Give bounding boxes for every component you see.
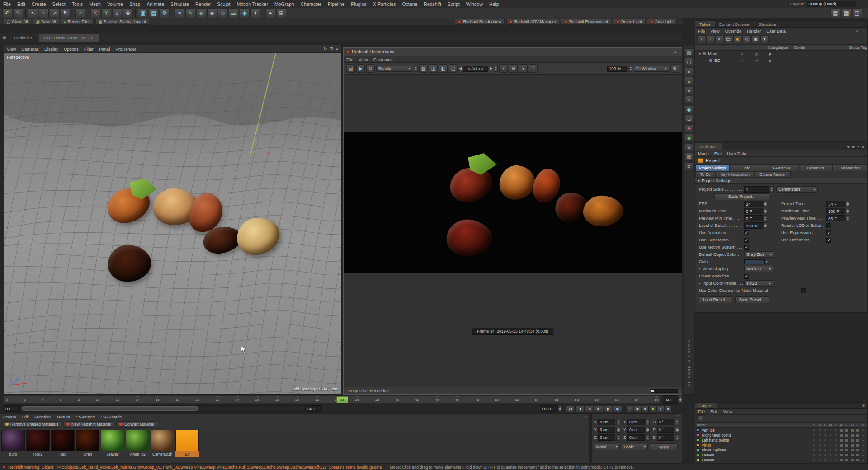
attribute-tab[interactable]: Key Interpolation xyxy=(715,171,755,178)
viewport-menu-item[interactable]: Options xyxy=(61,47,81,52)
toggle-column-header[interactable]: E xyxy=(855,423,860,427)
expand-caret-icon[interactable]: ▾ xyxy=(697,52,703,56)
material-thumbnail[interactable] xyxy=(126,430,149,451)
tab-list-icon[interactable]: ▦ xyxy=(0,35,9,40)
attribute-tab[interactable]: Project Settings xyxy=(695,165,730,171)
menu-item[interactable]: Octane xyxy=(399,1,420,7)
palette-icon[interactable]: ▦ xyxy=(841,8,851,18)
region-render-icon[interactable]: ▢ xyxy=(449,64,458,73)
zoom-spinner[interactable] xyxy=(628,66,632,72)
material-menu-item[interactable]: CV-Import xyxy=(73,414,98,419)
material-menu-item[interactable]: Function xyxy=(32,414,53,419)
cone-strip-icon[interactable]: ▲ xyxy=(685,77,693,85)
column-header[interactable]: Category xyxy=(768,45,778,50)
add-child-take-icon[interactable]: + xyxy=(706,35,714,43)
layer-name[interactable]: Right hand points xyxy=(702,433,731,437)
layer-row[interactable]: Leaves → xyxy=(695,452,867,457)
use-motion-system-checkbox[interactable] xyxy=(744,245,749,250)
toolbar-icon[interactable] xyxy=(263,9,263,17)
attributes-panel-menu-icon[interactable]: ≡ xyxy=(862,144,864,149)
take-row[interactable]: BG ✓◎◆ xyxy=(695,57,867,64)
redshift-renderview-button[interactable]: Redshift RenderView xyxy=(455,19,504,25)
menu-item[interactable]: Create xyxy=(28,1,49,7)
menu-item[interactable]: Script xyxy=(444,1,463,7)
lock-x-icon[interactable]: X xyxy=(90,8,100,18)
menu-item[interactable]: MoGraph xyxy=(271,1,297,7)
use-expressions-checkbox[interactable] xyxy=(826,230,831,235)
toggle-column-header[interactable]: A xyxy=(839,423,844,427)
add-take-icon[interactable]: + xyxy=(697,35,705,43)
measure-strip-icon[interactable]: ▦ xyxy=(685,153,693,161)
attribute-tab[interactable]: To Do xyxy=(695,171,715,178)
attribute-tab[interactable]: Octane Render xyxy=(755,171,791,178)
render-view-icon[interactable]: ▣ xyxy=(138,8,148,18)
take-name[interactable]: Main xyxy=(708,52,717,56)
save-startup-layout-button[interactable]: ▦Save as Startup Layout xyxy=(95,19,149,25)
console-icon[interactable]: ◫ xyxy=(685,58,693,66)
scale-project-button[interactable]: Scale Project... xyxy=(714,193,769,200)
toolbar-icon[interactable] xyxy=(172,9,172,17)
axis-strip-icon[interactable]: ⊕ xyxy=(685,124,693,132)
layer-color-chip[interactable] xyxy=(697,443,700,446)
scale-key-icon[interactable]: ◆ xyxy=(649,405,656,412)
take-name[interactable]: BG xyxy=(714,58,720,63)
render-lod-checkbox[interactable] xyxy=(826,223,831,228)
layer-color-chip[interactable] xyxy=(697,453,700,456)
takes-menu-item[interactable]: Render xyxy=(744,28,764,33)
volume-icon[interactable]: ◆ xyxy=(207,8,217,18)
menu-item[interactable]: Tools xyxy=(69,1,86,7)
add-cube-icon[interactable]: ■ xyxy=(175,8,184,18)
grid-strip-icon[interactable]: ⊞ xyxy=(685,115,693,123)
renderview-menu-item[interactable]: Customize xyxy=(371,57,396,62)
magnet-strip-icon[interactable]: ◆ xyxy=(685,134,693,142)
coordinate-spinner[interactable] xyxy=(616,434,620,441)
sphere-strip-icon[interactable]: ● xyxy=(685,86,693,94)
menu-item[interactable]: Render xyxy=(192,1,214,7)
layer-name[interactable]: Left hand points xyxy=(702,438,729,442)
render-picture-viewer-icon[interactable]: ▤ xyxy=(149,8,159,18)
layer-row[interactable]: Right hand points → xyxy=(695,432,867,437)
lock-z-icon[interactable]: Z xyxy=(112,8,122,18)
cube-strip-icon[interactable]: ■ xyxy=(685,67,693,75)
toggle-column-header[interactable]: R xyxy=(822,423,828,427)
start-ipr-button[interactable]: ▶ xyxy=(356,64,365,73)
toolbar-icon[interactable] xyxy=(25,9,26,17)
layer-row[interactable]: Vines → xyxy=(695,442,867,447)
coordinate-input[interactable]: 0 cm xyxy=(598,434,615,441)
layer-color-chip[interactable] xyxy=(697,438,700,442)
fit-dropdown[interactable]: Fit Window xyxy=(634,66,669,72)
material-menu-item[interactable]: Create xyxy=(0,414,19,419)
rotation-key-icon[interactable]: ◆ xyxy=(657,405,664,412)
layer-row[interactable]: Left hand points → xyxy=(695,437,867,442)
level-of-detail-input[interactable]: 100 % xyxy=(744,222,763,229)
layer-color-chip[interactable] xyxy=(697,458,700,461)
use-color-channel-checkbox[interactable] xyxy=(801,288,806,293)
material-thumbnail[interactable] xyxy=(175,430,199,451)
menu-item[interactable]: X-Particles xyxy=(370,1,399,7)
menu-item[interactable]: Window xyxy=(463,1,486,7)
rotate-icon[interactable]: ↻ xyxy=(61,8,71,18)
take-check-icon[interactable]: ✓ xyxy=(741,59,744,63)
material-icon[interactable]: ● xyxy=(265,8,275,18)
viewport-menu-item[interactable]: Cameras xyxy=(19,47,42,52)
material-thumbnail[interactable] xyxy=(51,430,75,451)
coordinate-spinner[interactable] xyxy=(646,434,650,441)
zoom-field[interactable]: 100 % xyxy=(607,66,627,72)
undo-icon[interactable]: ↶ xyxy=(2,8,12,18)
attribute-tab[interactable]: Info xyxy=(730,165,764,171)
max-time-spinner[interactable] xyxy=(558,405,562,412)
timeline-playhead[interactable]: 34 xyxy=(336,396,348,403)
material-item[interactable]: Camera01h xyxy=(151,430,174,462)
toggle-column-header[interactable]: X xyxy=(860,423,866,427)
coordinates-panel-menu-icon[interactable]: ≡ xyxy=(675,414,682,418)
bucket-render-icon[interactable]: ▥ xyxy=(419,64,428,73)
close-all-button[interactable]: ▢Close All xyxy=(4,19,31,25)
take-row[interactable]: ▾ Main ✓◎◆ xyxy=(695,51,867,57)
coordinate-input[interactable]: 0 cm xyxy=(598,427,615,433)
take-render-icon[interactable]: ◆ xyxy=(769,52,771,56)
section-caret-icon[interactable]: ▾ xyxy=(698,179,700,183)
mograph-icon[interactable]: ◈ xyxy=(196,8,206,18)
project-scale-input[interactable]: 1 xyxy=(744,186,769,193)
material-thumbnail[interactable] xyxy=(26,430,50,451)
layer-color-chip[interactable] xyxy=(697,428,700,432)
